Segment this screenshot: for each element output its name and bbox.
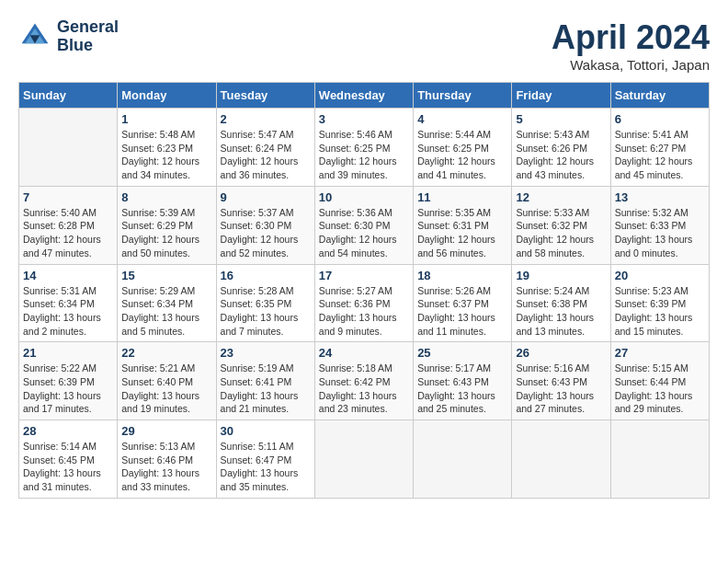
calendar-cell: 5Sunrise: 5:43 AMSunset: 6:26 PMDaylight… bbox=[512, 109, 610, 187]
calendar-cell: 27Sunrise: 5:15 AMSunset: 6:44 PMDayligh… bbox=[610, 342, 709, 420]
day-number: 28 bbox=[23, 424, 113, 438]
calendar-cell: 29Sunrise: 5:13 AMSunset: 6:46 PMDayligh… bbox=[118, 420, 216, 499]
day-number: 11 bbox=[417, 190, 507, 204]
day-number: 12 bbox=[516, 190, 606, 204]
calendar-week-row: 14Sunrise: 5:31 AMSunset: 6:34 PMDayligh… bbox=[19, 264, 710, 342]
day-info: Sunrise: 5:15 AMSunset: 6:44 PMDaylight:… bbox=[615, 362, 705, 416]
weekday-header-row: SundayMondayTuesdayWednesdayThursdayFrid… bbox=[19, 83, 710, 109]
day-number: 13 bbox=[615, 190, 705, 204]
day-info: Sunrise: 5:44 AMSunset: 6:25 PMDaylight:… bbox=[417, 128, 507, 182]
calendar-week-row: 21Sunrise: 5:22 AMSunset: 6:39 PMDayligh… bbox=[19, 342, 710, 420]
calendar-cell bbox=[19, 109, 118, 187]
weekday-header: Tuesday bbox=[216, 83, 314, 109]
day-number: 25 bbox=[417, 346, 507, 360]
day-info: Sunrise: 5:13 AMSunset: 6:46 PMDaylight:… bbox=[121, 440, 211, 494]
calendar-cell: 15Sunrise: 5:29 AMSunset: 6:34 PMDayligh… bbox=[118, 264, 216, 342]
day-info: Sunrise: 5:14 AMSunset: 6:45 PMDaylight:… bbox=[23, 440, 113, 494]
calendar-cell: 17Sunrise: 5:27 AMSunset: 6:36 PMDayligh… bbox=[314, 264, 413, 342]
weekday-header: Sunday bbox=[19, 83, 118, 109]
day-info: Sunrise: 5:26 AMSunset: 6:37 PMDaylight:… bbox=[417, 284, 507, 339]
day-number: 22 bbox=[121, 346, 211, 360]
calendar-cell: 24Sunrise: 5:18 AMSunset: 6:42 PMDayligh… bbox=[314, 342, 413, 420]
calendar-cell: 8Sunrise: 5:39 AMSunset: 6:29 PMDaylight… bbox=[118, 186, 216, 264]
day-info: Sunrise: 5:35 AMSunset: 6:31 PMDaylight:… bbox=[417, 206, 507, 260]
weekday-header: Thursday bbox=[414, 83, 512, 109]
calendar-cell: 21Sunrise: 5:22 AMSunset: 6:39 PMDayligh… bbox=[19, 342, 118, 420]
weekday-header: Monday bbox=[118, 83, 216, 109]
month-title: April 2024 bbox=[552, 18, 710, 57]
calendar-cell: 4Sunrise: 5:44 AMSunset: 6:25 PMDaylight… bbox=[414, 109, 512, 187]
day-info: Sunrise: 5:11 AMSunset: 6:47 PMDaylight:… bbox=[221, 440, 311, 494]
day-number: 17 bbox=[319, 269, 409, 282]
day-number: 7 bbox=[23, 190, 113, 204]
day-info: Sunrise: 5:32 AMSunset: 6:33 PMDaylight:… bbox=[615, 206, 705, 260]
day-number: 21 bbox=[23, 346, 113, 360]
day-info: Sunrise: 5:46 AMSunset: 6:25 PMDaylight:… bbox=[319, 128, 409, 182]
calendar-week-row: 7Sunrise: 5:40 AMSunset: 6:28 PMDaylight… bbox=[19, 186, 710, 264]
calendar-cell: 28Sunrise: 5:14 AMSunset: 6:45 PMDayligh… bbox=[19, 420, 118, 499]
day-number: 10 bbox=[319, 190, 409, 204]
day-info: Sunrise: 5:27 AMSunset: 6:36 PMDaylight:… bbox=[319, 284, 409, 339]
day-info: Sunrise: 5:37 AMSunset: 6:30 PMDaylight:… bbox=[221, 206, 311, 260]
day-number: 15 bbox=[121, 269, 211, 282]
day-number: 19 bbox=[516, 269, 606, 282]
day-info: Sunrise: 5:16 AMSunset: 6:43 PMDaylight:… bbox=[516, 362, 606, 416]
weekday-header: Friday bbox=[512, 83, 610, 109]
day-info: Sunrise: 5:47 AMSunset: 6:24 PMDaylight:… bbox=[221, 128, 311, 182]
calendar-cell: 6Sunrise: 5:41 AMSunset: 6:27 PMDaylight… bbox=[610, 109, 709, 187]
day-info: Sunrise: 5:39 AMSunset: 6:29 PMDaylight:… bbox=[121, 206, 211, 260]
calendar-cell: 12Sunrise: 5:33 AMSunset: 6:32 PMDayligh… bbox=[512, 186, 610, 264]
title-area: April 2024 Wakasa, Tottori, Japan bbox=[552, 18, 710, 73]
calendar-week-row: 1Sunrise: 5:48 AMSunset: 6:23 PMDaylight… bbox=[19, 109, 710, 187]
calendar-cell: 18Sunrise: 5:26 AMSunset: 6:37 PMDayligh… bbox=[414, 264, 512, 342]
day-number: 30 bbox=[221, 424, 311, 438]
calendar-cell: 26Sunrise: 5:16 AMSunset: 6:43 PMDayligh… bbox=[512, 342, 610, 420]
calendar-cell: 22Sunrise: 5:21 AMSunset: 6:40 PMDayligh… bbox=[118, 342, 216, 420]
calendar-cell: 23Sunrise: 5:19 AMSunset: 6:41 PMDayligh… bbox=[216, 342, 314, 420]
day-number: 14 bbox=[23, 269, 113, 282]
day-number: 29 bbox=[121, 424, 211, 438]
day-number: 2 bbox=[221, 112, 311, 126]
day-info: Sunrise: 5:23 AMSunset: 6:39 PMDaylight:… bbox=[615, 284, 705, 339]
day-number: 20 bbox=[615, 269, 705, 282]
day-number: 9 bbox=[221, 190, 311, 204]
calendar-table: SundayMondayTuesdayWednesdayThursdayFrid… bbox=[18, 82, 710, 499]
day-number: 5 bbox=[516, 112, 606, 126]
day-info: Sunrise: 5:21 AMSunset: 6:40 PMDaylight:… bbox=[121, 362, 211, 416]
calendar-cell: 25Sunrise: 5:17 AMSunset: 6:43 PMDayligh… bbox=[414, 342, 512, 420]
day-number: 6 bbox=[615, 112, 705, 126]
calendar-cell: 3Sunrise: 5:46 AMSunset: 6:25 PMDaylight… bbox=[314, 109, 413, 187]
day-info: Sunrise: 5:40 AMSunset: 6:28 PMDaylight:… bbox=[23, 206, 113, 260]
day-info: Sunrise: 5:17 AMSunset: 6:43 PMDaylight:… bbox=[417, 362, 507, 416]
day-number: 23 bbox=[221, 346, 311, 360]
logo-line2: Blue bbox=[57, 37, 119, 55]
day-info: Sunrise: 5:43 AMSunset: 6:26 PMDaylight:… bbox=[516, 128, 606, 182]
calendar-cell bbox=[314, 420, 413, 499]
day-info: Sunrise: 5:22 AMSunset: 6:39 PMDaylight:… bbox=[23, 362, 113, 416]
calendar-cell bbox=[610, 420, 709, 499]
day-number: 26 bbox=[516, 346, 606, 360]
calendar-cell: 16Sunrise: 5:28 AMSunset: 6:35 PMDayligh… bbox=[216, 264, 314, 342]
calendar-cell: 19Sunrise: 5:24 AMSunset: 6:38 PMDayligh… bbox=[512, 264, 610, 342]
calendar-cell: 14Sunrise: 5:31 AMSunset: 6:34 PMDayligh… bbox=[19, 264, 118, 342]
day-number: 3 bbox=[319, 112, 409, 126]
calendar-cell: 7Sunrise: 5:40 AMSunset: 6:28 PMDaylight… bbox=[19, 186, 118, 264]
day-info: Sunrise: 5:33 AMSunset: 6:32 PMDaylight:… bbox=[516, 206, 606, 260]
weekday-header: Wednesday bbox=[314, 83, 413, 109]
calendar-cell bbox=[414, 420, 512, 499]
calendar-cell: 30Sunrise: 5:11 AMSunset: 6:47 PMDayligh… bbox=[216, 420, 314, 499]
day-info: Sunrise: 5:36 AMSunset: 6:30 PMDaylight:… bbox=[319, 206, 409, 260]
calendar-cell: 9Sunrise: 5:37 AMSunset: 6:30 PMDaylight… bbox=[216, 186, 314, 264]
day-number: 16 bbox=[221, 269, 311, 282]
day-info: Sunrise: 5:18 AMSunset: 6:42 PMDaylight:… bbox=[319, 362, 409, 416]
weekday-header: Saturday bbox=[610, 83, 709, 109]
day-info: Sunrise: 5:48 AMSunset: 6:23 PMDaylight:… bbox=[121, 128, 211, 182]
day-info: Sunrise: 5:29 AMSunset: 6:34 PMDaylight:… bbox=[121, 284, 211, 339]
day-number: 24 bbox=[319, 346, 409, 360]
day-number: 4 bbox=[417, 112, 507, 126]
calendar-cell: 11Sunrise: 5:35 AMSunset: 6:31 PMDayligh… bbox=[414, 186, 512, 264]
calendar-cell: 20Sunrise: 5:23 AMSunset: 6:39 PMDayligh… bbox=[610, 264, 709, 342]
logo-line1: General bbox=[57, 18, 119, 37]
day-number: 27 bbox=[615, 346, 705, 360]
day-info: Sunrise: 5:41 AMSunset: 6:27 PMDaylight:… bbox=[615, 128, 705, 182]
